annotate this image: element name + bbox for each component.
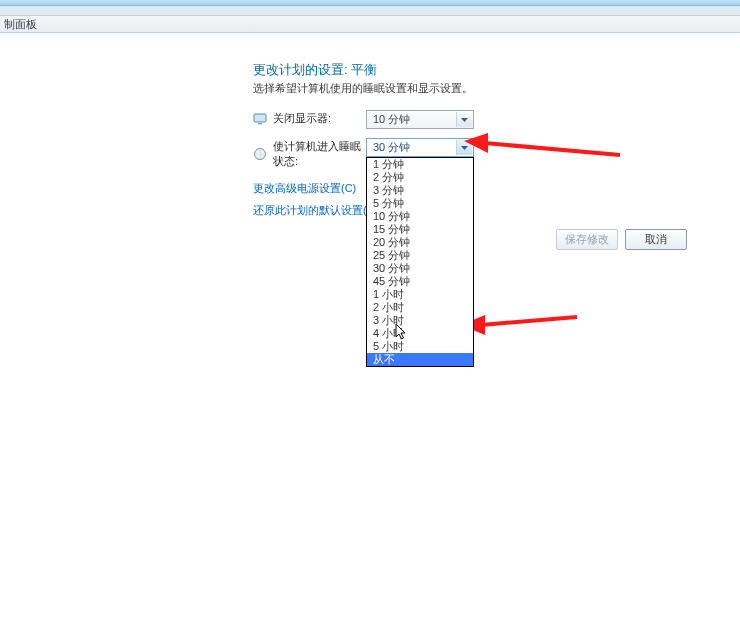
cancel-button-label: 取消: [645, 232, 667, 247]
sleep-timeout-select[interactable]: 30 分钟: [366, 138, 474, 157]
display-timeout-select[interactable]: 10 分钟: [366, 110, 474, 129]
sleep-label: 使计算机进入睡眠状态:: [273, 139, 369, 169]
cancel-button[interactable]: 取消: [625, 229, 687, 250]
svg-line-3: [484, 143, 620, 155]
save-button[interactable]: 保存修改: [556, 229, 618, 250]
dropdown-option[interactable]: 2 分钟: [367, 171, 473, 184]
display-label: 关闭显示器:: [273, 111, 369, 126]
dropdown-option[interactable]: 1 小时: [367, 288, 473, 301]
monitor-icon: [253, 112, 267, 126]
annotation-arrow-top: [462, 131, 622, 161]
svg-point-2: [255, 149, 266, 160]
dropdown-option[interactable]: 1 分钟: [367, 158, 473, 171]
breadcrumb-text: 制面板: [4, 17, 37, 32]
chevron-down-icon[interactable]: [456, 112, 472, 127]
dropdown-option[interactable]: 4 小时: [367, 327, 473, 340]
dropdown-option[interactable]: 45 分钟: [367, 275, 473, 288]
chevron-down-icon[interactable]: [456, 140, 472, 155]
content-area: 更改计划的设置: 平衡 选择希望计算机使用的睡眠设置和显示设置。 关闭显示器: …: [0, 33, 740, 620]
dropdown-option[interactable]: 30 分钟: [367, 262, 473, 275]
dropdown-option[interactable]: 20 分钟: [367, 236, 473, 249]
dropdown-option[interactable]: 从不: [367, 353, 473, 366]
annotation-arrow-bottom: [459, 315, 579, 337]
cursor-icon: [395, 323, 409, 341]
svg-rect-0: [254, 114, 266, 122]
row-turn-off-display: 关闭显示器:: [253, 111, 369, 126]
save-button-label: 保存修改: [565, 232, 609, 247]
svg-rect-1: [258, 123, 262, 125]
display-timeout-value: 10 分钟: [373, 112, 410, 127]
dropdown-option[interactable]: 3 分钟: [367, 184, 473, 197]
top-gradient-divider: [0, 33, 740, 43]
sleep-timeout-value: 30 分钟: [373, 140, 410, 155]
sleep-timeout-dropdown[interactable]: 1 分钟2 分钟3 分钟5 分钟10 分钟15 分钟20 分钟25 分钟30 分…: [366, 157, 474, 367]
link-advanced-power-settings[interactable]: 更改高级电源设置(C): [253, 181, 356, 196]
dropdown-option[interactable]: 5 小时: [367, 340, 473, 353]
row-sleep: 使计算机进入睡眠状态:: [253, 139, 369, 169]
page-subtitle: 选择希望计算机使用的睡眠设置和显示设置。: [253, 81, 473, 96]
dropdown-option[interactable]: 3 小时: [367, 314, 473, 327]
breadcrumb: 制面板: [0, 15, 740, 33]
window-titlebar-strip: [0, 6, 740, 15]
page-title: 更改计划的设置: 平衡: [253, 61, 377, 79]
dropdown-option[interactable]: 5 分钟: [367, 197, 473, 210]
link-restore-defaults[interactable]: 还原此计划的默认设置(R): [253, 203, 378, 218]
svg-line-5: [481, 317, 577, 325]
dropdown-option[interactable]: 15 分钟: [367, 223, 473, 236]
dropdown-option[interactable]: 25 分钟: [367, 249, 473, 262]
moon-icon: [253, 147, 267, 161]
dropdown-option[interactable]: 2 小时: [367, 301, 473, 314]
dropdown-option[interactable]: 10 分钟: [367, 210, 473, 223]
